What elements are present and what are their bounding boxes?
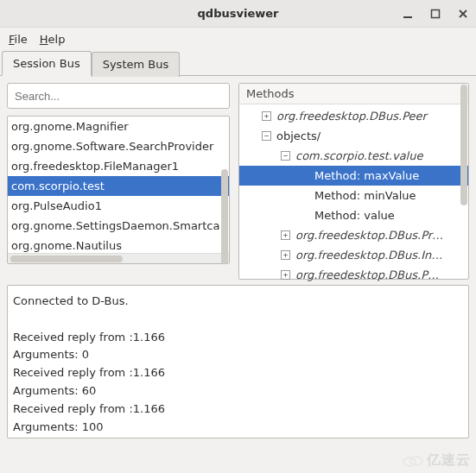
service-item[interactable]: org.gnome.Software.SearchProvider — [8, 136, 229, 156]
service-item[interactable]: org.gnome.Magnifier — [8, 117, 229, 136]
service-list-hscrollbar[interactable] — [8, 253, 229, 263]
svg-point-4 — [403, 457, 416, 466]
right-pane: Methods +org.freedesktop.DBus.Peer−objec… — [238, 83, 469, 280]
left-pane: org.gnome.Magnifierorg.gnome.Software.Se… — [7, 83, 230, 280]
expand-icon[interactable]: + — [281, 230, 290, 240]
maximize-icon[interactable] — [428, 6, 443, 22]
collapse-icon[interactable]: − — [262, 131, 271, 141]
tab-system-bus[interactable]: System Bus — [92, 52, 181, 77]
tree-label: org.freedesktop.DBus.Peer — [276, 110, 427, 123]
console-line: Arguments: 0 — [13, 346, 463, 364]
expand-icon[interactable]: + — [281, 270, 290, 280]
tree-label: org.freedesktop.DBus.In… — [295, 249, 442, 262]
service-item[interactable]: org.gnome.Nautilus — [8, 236, 229, 253]
method-tree: +org.freedesktop.DBus.Peer−objects/−com.… — [239, 104, 468, 287]
console-line: Received reply from :1.166 — [13, 400, 463, 419]
svg-rect-0 — [403, 16, 412, 18]
expander-placeholder — [300, 171, 309, 180]
collapse-icon[interactable]: − — [281, 151, 290, 161]
tree-label: objects/ — [276, 129, 321, 142]
tree-vscrollbar[interactable] — [460, 85, 467, 278]
service-item[interactable]: org.PulseAudio1 — [8, 196, 229, 216]
expander-placeholder — [300, 191, 309, 200]
tab-session-bus[interactable]: Session Bus — [2, 51, 92, 76]
expand-icon[interactable]: + — [281, 250, 290, 260]
window-controls — [400, 6, 471, 22]
tree-row[interactable]: +org.freedesktop.DBus.In… — [239, 245, 468, 265]
tab-bar: Session Bus System Bus — [0, 51, 476, 76]
tree-label: org.freedesktop.DBus.Pr… — [295, 229, 443, 242]
tree-label: com.scorpio.test.value — [295, 149, 422, 162]
console-output: Connected to D-Bus. Received reply from … — [7, 285, 469, 438]
console-line — [13, 311, 463, 329]
tree-label: Method: minValue — [314, 189, 416, 202]
tree-header: Methods — [239, 84, 468, 104]
console-line: Connected to D-Bus. — [13, 293, 463, 311]
close-icon[interactable] — [455, 6, 471, 22]
search-input[interactable] — [7, 83, 230, 109]
titlebar: qdbusviewer — [0, 0, 476, 28]
service-item[interactable]: org.freedesktop.FileManager1 — [8, 156, 229, 176]
tree-row[interactable]: Method: maxValue — [239, 166, 468, 186]
console-line: Received reply from :1.166 — [13, 364, 463, 382]
tree-row[interactable]: +org.freedesktop.DBus.Peer — [239, 106, 468, 126]
svg-rect-1 — [432, 9, 440, 17]
menubar: File Help — [0, 28, 476, 51]
expander-placeholder — [300, 211, 309, 220]
tree-label: Method: maxValue — [314, 169, 419, 182]
main-content: org.gnome.Magnifierorg.gnome.Software.Se… — [0, 76, 476, 285]
tree-row[interactable]: +org.freedesktop.DBus.P… — [239, 265, 468, 285]
minimize-icon[interactable] — [400, 6, 416, 22]
service-item[interactable]: org.gnome.SettingsDaemon.Smartca — [8, 216, 229, 236]
service-list: org.gnome.Magnifierorg.gnome.Software.Se… — [7, 116, 230, 264]
console-line: Arguments: 100 — [13, 419, 463, 437]
tree-row[interactable]: −objects/ — [239, 126, 468, 146]
tree-row[interactable]: Method: minValue — [239, 186, 468, 205]
expand-icon[interactable]: + — [262, 111, 271, 121]
service-list-vscrollbar[interactable] — [221, 117, 228, 252]
service-item[interactable]: com.scorpio.test — [8, 176, 229, 196]
menu-file[interactable]: File — [9, 33, 28, 46]
tree-row[interactable]: Method: value — [239, 205, 468, 225]
menu-help[interactable]: Help — [40, 33, 66, 46]
console-line: Received reply from :1.166 — [13, 329, 463, 347]
tree-label: org.freedesktop.DBus.P… — [295, 268, 439, 281]
tree-label: Method: value — [314, 209, 395, 222]
tree-row[interactable]: −com.scorpio.test.value — [239, 146, 468, 166]
svg-point-5 — [410, 457, 422, 465]
tree-row[interactable]: +org.freedesktop.DBus.Pr… — [239, 225, 468, 245]
watermark: 亿速云 — [403, 451, 471, 470]
console-line: Arguments: 60 — [13, 382, 463, 400]
